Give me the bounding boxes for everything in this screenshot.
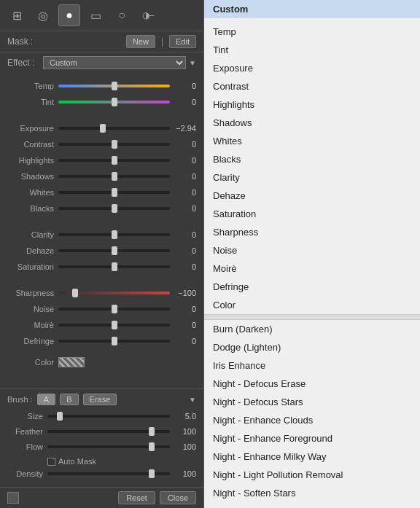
toolbar: ⊞ ◎ ● ▭ ○ ◑– [0, 0, 203, 31]
ellipse-icon[interactable]: ○ [111, 4, 133, 26]
moire-label: Moirè [7, 321, 58, 329]
shadows-slider[interactable] [58, 175, 170, 178]
sharpness-label: Sharpness [7, 289, 58, 297]
clarity-slider[interactable] [58, 233, 170, 236]
dropdown-item-moir-[interactable]: Moirè [204, 259, 420, 278]
shadows-value: 0 [170, 172, 196, 181]
dropdown-item-exposure[interactable]: Exposure [204, 59, 420, 77]
dropdown-item-night---enhance-clouds[interactable]: Night - Enhance Clouds [204, 411, 420, 429]
dropdown-item-soften-skin[interactable]: Soften Skin [204, 502, 420, 508]
dehaze-slider[interactable] [58, 249, 170, 252]
circle-dot-icon[interactable]: ◎ [32, 4, 54, 26]
whites-label: Whites [7, 188, 58, 197]
slider-row-sharpness: Sharpness −100 [7, 286, 196, 300]
dropdown-item-night---enhance-milky-way[interactable]: Night - Enhance Milky Way [204, 448, 420, 466]
range-icon[interactable]: ◑– [137, 4, 159, 26]
new-button[interactable]: New [126, 35, 155, 48]
brush-flow-slider[interactable] [47, 445, 170, 448]
slider-row-defringe: Defringe 0 [7, 334, 196, 348]
dropdown-item-blacks[interactable]: Blacks [204, 150, 420, 168]
brush-dropdown-arrow[interactable]: ▼ [189, 396, 196, 404]
slider-row-highlights: Highlights 0 [7, 153, 196, 168]
dropdown-item-iris-enhance[interactable]: Iris Enhance [204, 356, 420, 375]
grid-icon[interactable]: ⊞ [6, 4, 28, 26]
right-dropdown-panel: CustomTempTintExposureContrastHighlights… [204, 0, 420, 508]
contrast-slider[interactable] [58, 143, 170, 146]
auto-mask-checkbox[interactable] [47, 458, 55, 466]
moire-value: 0 [170, 321, 196, 329]
slider-group-2: Exposure −2.94 Contrast 0 Highlights 0 [0, 118, 203, 220]
auto-mask-row: Auto Mask [7, 456, 196, 467]
contrast-label: Contrast [7, 140, 58, 149]
highlights-slider[interactable] [58, 159, 170, 162]
sliders-section: Temp 0 Tint 0 Exposure −2.94 [0, 73, 203, 388]
effect-dropdown-arrow: ▼ [189, 59, 196, 67]
dropdown-item-dehaze[interactable]: Dehaze [204, 187, 420, 205]
dropdown-item-night---light-pollution-removal[interactable]: Night - Light Pollution Removal [204, 466, 420, 484]
dropdown-item-clarity[interactable]: Clarity [204, 168, 420, 187]
brush-b-button[interactable]: B [60, 394, 78, 405]
whites-slider[interactable] [58, 191, 170, 194]
effect-select[interactable]: Custom [43, 56, 186, 69]
dropdown-item-night---defocus-erase[interactable]: Night - Defocus Erase [204, 375, 420, 393]
noise-slider[interactable] [58, 308, 170, 310]
defringe-slider[interactable] [58, 340, 170, 343]
tint-slider[interactable] [58, 101, 170, 103]
brush-flow-row: Flow 100 [7, 440, 196, 453]
color-row: Color [0, 354, 203, 370]
dropdown-item-contrast[interactable]: Contrast [204, 77, 420, 95]
circle-filled-icon[interactable]: ● [58, 4, 80, 26]
temp-label: Temp [7, 82, 58, 90]
auto-mask-label: Auto Mask [58, 457, 96, 466]
temp-slider[interactable] [58, 85, 170, 87]
bottom-icon[interactable] [7, 492, 19, 504]
color-swatch[interactable] [58, 357, 85, 367]
dropdown-item-noise[interactable]: Noise [204, 241, 420, 259]
dropdown-item-saturation[interactable]: Saturation [204, 205, 420, 223]
defringe-label: Defringe [7, 337, 58, 345]
effect-label: Effect : [7, 58, 40, 68]
brush-erase-button[interactable]: Erase [83, 394, 117, 405]
brush-a-button[interactable]: A [37, 394, 55, 405]
slider-row-contrast: Contrast 0 [7, 137, 196, 152]
tint-label: Tint [7, 98, 58, 106]
dropdown-item-custom[interactable]: Custom [204, 0, 420, 18]
dropdown-item-shadows[interactable]: Shadows [204, 114, 420, 132]
moire-slider[interactable] [58, 324, 170, 327]
exposure-slider[interactable] [58, 127, 170, 130]
dropdown-item-tint[interactable]: Tint [204, 41, 420, 59]
brush-feather-slider[interactable] [47, 430, 170, 433]
dropdown-item-night---defocus-stars[interactable]: Night - Defocus Stars [204, 393, 420, 411]
whites-value: 0 [170, 188, 196, 197]
highlights-label: Highlights [7, 156, 58, 165]
dropdown-item-color[interactable]: Color [204, 296, 420, 314]
dropdown-item-dodge--lighten-[interactable]: Dodge (Lighten) [204, 338, 420, 356]
dropdown-item-temp[interactable]: Temp [204, 23, 420, 41]
close-button[interactable]: Close [160, 491, 196, 504]
reset-button[interactable]: Reset [118, 491, 155, 504]
saturation-value: 0 [170, 262, 196, 271]
dropdown-item-burn--darken-[interactable]: Burn (Darken) [204, 320, 420, 338]
dropdown-item-whites[interactable]: Whites [204, 132, 420, 150]
brush-feather-value: 100 [170, 427, 196, 436]
brush-size-slider[interactable] [47, 415, 170, 418]
square-icon[interactable]: ▭ [85, 4, 106, 26]
dehaze-value: 0 [170, 246, 196, 255]
brush-density-slider[interactable] [47, 472, 170, 475]
slider-row-temp: Temp 0 [7, 79, 196, 93]
slider-group-3: Clarity 0 Dehaze 0 Saturation 0 [0, 224, 203, 278]
edit-button[interactable]: Edit [169, 35, 196, 48]
blacks-slider[interactable] [58, 207, 170, 210]
dropdown-item-sharpness[interactable]: Sharpness [204, 223, 420, 241]
dropdown-item-defringe[interactable]: Defringe [204, 278, 420, 296]
saturation-slider[interactable] [58, 265, 170, 268]
dropdown-item-highlights[interactable]: Highlights [204, 95, 420, 114]
noise-label: Noise [7, 305, 58, 313]
brush-density-value: 100 [170, 469, 196, 478]
slider-row-dehaze: Dehaze 0 [7, 243, 196, 258]
sharpness-slider[interactable] [58, 292, 170, 294]
noise-value: 0 [170, 305, 196, 313]
dropdown-item-night---soften-stars[interactable]: Night - Soften Stars [204, 484, 420, 502]
dropdown-item-night---enhance-foreground[interactable]: Night - Enhance Foreground [204, 429, 420, 448]
mask-label: Mask : [7, 36, 33, 47]
